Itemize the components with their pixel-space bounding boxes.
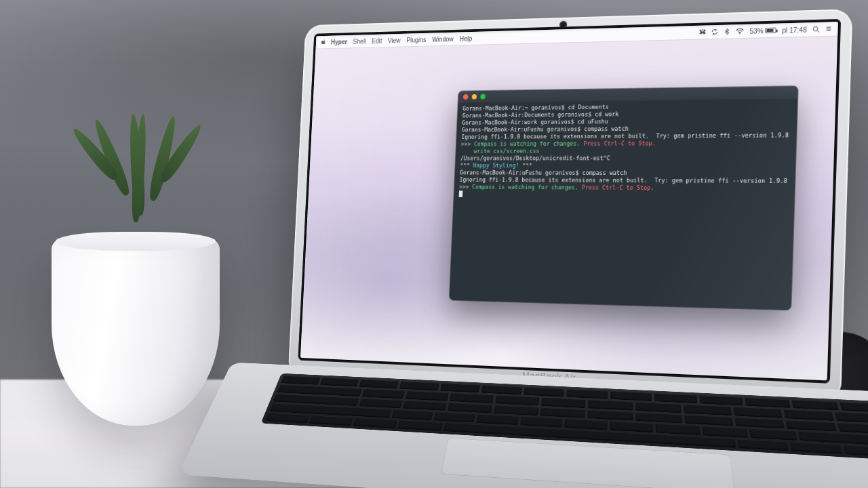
laptop: Hyper Shell Edit View Plugins Window Hel… <box>260 0 868 488</box>
terminal-cursor-line <box>459 190 789 201</box>
apple-logo-icon[interactable] <box>321 39 327 45</box>
terminal-line: write css/screen.css <box>460 147 790 155</box>
wifi-icon[interactable] <box>736 28 744 35</box>
terminal-line: /Users/goranivos/Desktop/unicredit-font-… <box>460 155 790 162</box>
laptop-lid: Hyper Shell Edit View Plugins Window Hel… <box>288 9 853 403</box>
menubar-status-area[interactable]: 53% pl 17:48 <box>699 25 832 36</box>
terminal-output[interactable]: Gorans-MacBook-Air:~ goranivos$ cd Docum… <box>454 98 797 207</box>
menubar-item[interactable]: Shell <box>353 37 366 45</box>
menubar-item[interactable]: Window <box>432 35 454 43</box>
spotlight-search-icon[interactable] <box>812 26 820 33</box>
menubar-clock[interactable]: pl 17:48 <box>782 26 807 34</box>
notification-center-icon[interactable] <box>825 25 833 32</box>
window-zoom-button[interactable] <box>480 94 486 100</box>
menubar-item[interactable]: Help <box>459 35 472 42</box>
menubar-item[interactable]: Edit <box>372 37 382 45</box>
bluetooth-icon[interactable] <box>724 28 730 35</box>
svg-point-1 <box>813 26 818 31</box>
svg-point-0 <box>739 33 741 35</box>
sync-icon[interactable] <box>711 28 718 35</box>
menubar-app-menus[interactable]: Hyper Shell Edit View Plugins Window Hel… <box>331 35 473 45</box>
terminal-window[interactable]: Gorans-MacBook-Air:~ goranivos$ cd Docum… <box>450 86 798 310</box>
terminal-line: *** Happy Styling! *** <box>460 162 790 169</box>
terminal-cursor <box>459 190 463 197</box>
window-close-button[interactable] <box>463 94 469 100</box>
laptop-screen: Hyper Shell Edit View Plugins Window Hel… <box>300 22 838 380</box>
menubar-item[interactable]: Plugins <box>406 36 426 43</box>
battery-percentage: 53% <box>749 27 764 35</box>
battery-icon <box>766 28 777 33</box>
menubar-app-name[interactable]: Hyper <box>331 38 348 45</box>
battery-indicator[interactable]: 53% <box>749 26 776 35</box>
window-minimize-button[interactable] <box>472 94 477 100</box>
menubar-item[interactable]: View <box>388 37 401 44</box>
dropbox-icon[interactable] <box>699 28 706 35</box>
succulent-plant <box>80 114 202 249</box>
